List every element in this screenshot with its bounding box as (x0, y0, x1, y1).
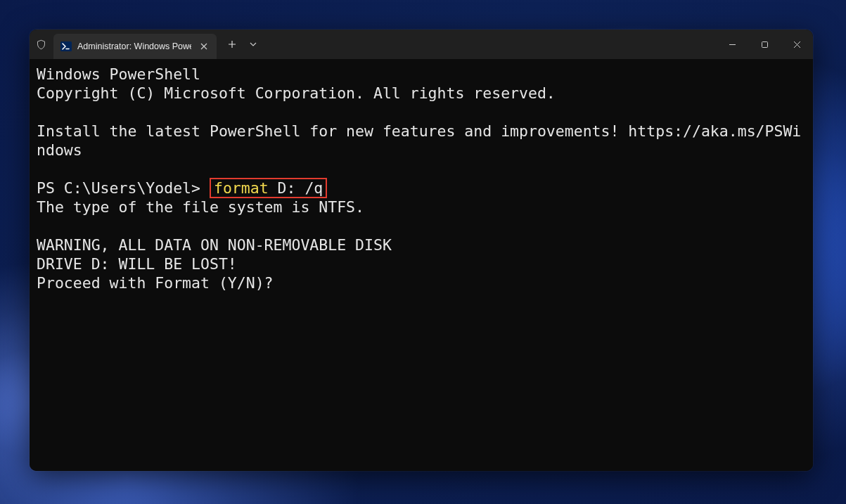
proceed-prompt: Proceed with Format (Y/N)? (37, 274, 274, 292)
tab-actions (217, 30, 260, 59)
terminal-output[interactable]: Windows PowerShell Copyright (C) Microso… (30, 59, 813, 471)
window-controls (716, 30, 813, 59)
command-keyword: format (214, 179, 269, 197)
powershell-icon (60, 41, 72, 52)
titlebar-drag-region[interactable] (260, 30, 716, 59)
svg-rect-2 (762, 41, 767, 47)
ps-header-2: Copyright (C) Microsoft Corporation. All… (37, 84, 556, 102)
svg-rect-0 (60, 41, 72, 51)
maximize-button[interactable] (748, 30, 781, 59)
tab-powershell[interactable]: Administrator: Windows Powe (53, 34, 217, 59)
ps-prompt: PS C:\Users\Yodel> (37, 179, 210, 197)
command-args: D: /q (269, 179, 323, 197)
command-highlight: format D: /q (210, 178, 327, 198)
tab-dropdown-button[interactable] (246, 37, 260, 51)
fs-type-line: The type of the file system is NTFS. (37, 198, 364, 216)
warning-line-1: WARNING, ALL DATA ON NON-REMOVABLE DISK (37, 236, 392, 254)
admin-shield-icon (30, 30, 52, 59)
terminal-window: Administrator: Windows Powe (30, 30, 813, 471)
tab-close-button[interactable] (197, 39, 211, 53)
minimize-button[interactable] (716, 30, 748, 59)
close-button[interactable] (781, 30, 813, 59)
ps-header-1: Windows PowerShell (37, 65, 200, 83)
titlebar[interactable]: Administrator: Windows Powe (30, 30, 813, 59)
tab-title: Administrator: Windows Powe (77, 41, 191, 51)
ps-install-msg: Install the latest PowerShell for new fe… (37, 122, 801, 159)
warning-line-2: DRIVE D: WILL BE LOST! (37, 255, 237, 273)
new-tab-button[interactable] (225, 37, 239, 51)
